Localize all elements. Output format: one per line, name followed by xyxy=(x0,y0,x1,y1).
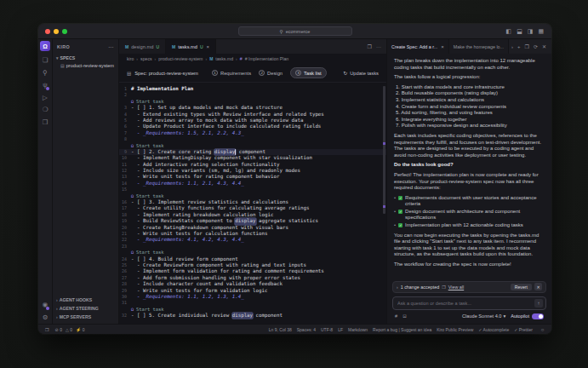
customize-layout-icon[interactable]: ▦ xyxy=(538,28,544,34)
extensions-icon[interactable]: ❒ xyxy=(43,119,49,126)
editor-scrollbar[interactable] xyxy=(383,86,385,214)
code-line[interactable]: 5 - Add reviews array to mock data with … xyxy=(119,118,386,124)
code-line[interactable]: 27 - Add form submission handling with p… xyxy=(119,275,386,281)
update-tasks-button[interactable]: ↻ Update tasks xyxy=(343,71,379,76)
sidebar-more-icon[interactable]: ··· xyxy=(108,44,114,49)
code-line[interactable]: Start task xyxy=(119,193,386,199)
tab-overflow-chevron-icon[interactable]: › xyxy=(511,44,513,49)
code-line[interactable]: 25 - Create ReviewForm component with ra… xyxy=(119,262,386,268)
status-item[interactable]: Report a bug | Suggest an idea xyxy=(373,327,431,332)
code-line[interactable]: 9 - [ ] 2. Create core rating display co… xyxy=(119,149,386,155)
notifications-bell-icon[interactable]: ☺ xyxy=(540,327,545,332)
code-line[interactable]: 16 - [ ] 3. Implement review statistics … xyxy=(119,199,386,205)
status-item[interactable]: ✓ Autocomplete xyxy=(478,327,509,332)
history-icon[interactable]: ⟳ xyxy=(534,43,538,49)
code-line[interactable]: 20 - Create RatingBreakdown component wi… xyxy=(119,225,386,231)
toggle-panel-icon[interactable]: ⬓ xyxy=(517,28,522,34)
status-item[interactable]: ⚡0 xyxy=(76,327,85,332)
code-line[interactable]: 13 - Write unit tests for rating compone… xyxy=(119,174,386,180)
attach-image-icon[interactable]: ⊡ xyxy=(402,313,407,319)
code-line[interactable]: 22 - _Requirements: 4.1, 4.2, 4.3, 4.4_ xyxy=(119,237,386,243)
close-tab-icon[interactable]: × xyxy=(207,44,210,49)
toggle-sidebar-icon[interactable]: ◧ xyxy=(506,28,512,34)
search-sidebar-icon[interactable]: ⚲ xyxy=(43,70,48,77)
zoom-window-button[interactable] xyxy=(62,29,67,34)
settings-gear-icon[interactable]: ⚙ xyxy=(43,314,49,321)
chat-tab-homepage[interactable]: Make the homepage lo... xyxy=(449,39,509,54)
code-line[interactable]: 2 xyxy=(119,92,386,98)
explorer-icon[interactable]: ❏ xyxy=(43,57,49,64)
code-line[interactable]: 19 - Build ReviewStats component to disp… xyxy=(119,218,386,224)
code-line[interactable]: 17 - Create utility functions for calcul… xyxy=(119,205,386,211)
code-line[interactable]: 30 - _Requirements: 1.1, 1.2, 1.3, 1.4_ xyxy=(119,294,386,300)
split-editor-icon[interactable]: ❐ xyxy=(368,43,372,49)
revert-button[interactable]: Revert xyxy=(511,284,532,290)
code-line[interactable]: 32 - [ ] 5. Create individual review dis… xyxy=(119,313,386,319)
sidebar-collapsed-section[interactable]: › AGENT HOOKS xyxy=(53,296,118,304)
toggle-secondary-sidebar-icon[interactable]: ◨ xyxy=(528,28,534,34)
status-item[interactable]: Kiro Public Preview xyxy=(437,327,473,332)
code-line[interactable]: Start task xyxy=(119,250,386,256)
open-in-editor-icon[interactable]: ❐ xyxy=(525,43,529,49)
context-hash-icon[interactable]: # xyxy=(395,313,397,319)
spec-step-button[interactable]: 1 Requirements xyxy=(212,70,251,76)
code-line[interactable]: 28 - Include character count and validat… xyxy=(119,281,386,287)
code-line[interactable]: Start task xyxy=(119,143,386,149)
code-line[interactable]: 10 - Implement RatingDisplay component w… xyxy=(119,155,386,161)
spec-step-button[interactable]: 2 Design xyxy=(259,70,283,76)
code-line[interactable]: 8 xyxy=(119,136,386,142)
sidebar-collapsed-section[interactable]: › MCP SERVERS xyxy=(53,313,118,321)
code-line[interactable]: 31 xyxy=(119,300,386,306)
code-line[interactable]: 29 - Write unit tests for form validatio… xyxy=(119,288,386,294)
sidebar-section-specs[interactable]: ▾ SPECS xyxy=(53,54,118,62)
code-line[interactable]: 26 - Implement form validation for ratin… xyxy=(119,268,386,274)
status-item[interactable]: Ln 9, Col 38 xyxy=(269,327,292,332)
chat-tab-create-spec[interactable]: Create Spec: Add a r... × xyxy=(387,39,449,54)
code-line[interactable]: 15 xyxy=(119,187,386,193)
status-item[interactable]: UTF-8 xyxy=(321,327,333,332)
kiro-logo[interactable]: Ω xyxy=(40,41,50,51)
close-window-button[interactable] xyxy=(45,29,50,34)
close-tab-icon[interactable]: × xyxy=(441,44,444,49)
code-line[interactable]: 4 - Extend existing types with Review in… xyxy=(119,112,386,118)
status-item[interactable]: ⊘0 xyxy=(54,327,61,332)
code-line[interactable]: 3 - [ ] 1. Set up data models and mock d… xyxy=(119,105,386,111)
status-item[interactable]: △0 xyxy=(66,327,72,332)
code-line[interactable]: 21 - Write unit tests for calculation fu… xyxy=(119,231,386,237)
code-line[interactable]: 23 xyxy=(119,244,386,250)
code-line[interactable]: 18 - Implement rating breakdown calculat… xyxy=(119,212,386,218)
view-all-link[interactable]: View all xyxy=(448,285,464,290)
more-actions-icon[interactable]: ··· xyxy=(376,44,381,49)
breadcrumb[interactable]: kiro› specs› product-review-system› M ta… xyxy=(119,54,386,64)
code-line[interactable]: 14 - _Requirements: 1.1, 2.1, 4.3, 4.4_ xyxy=(119,181,386,187)
status-item[interactable]: Spaces: 4 xyxy=(297,327,316,332)
code-line[interactable]: 6 - Update Product interface to include … xyxy=(119,124,386,129)
model-selector[interactable]: Claude Sonnet 4.0 ▾ xyxy=(462,313,505,319)
tab-design-md[interactable]: M design.md U xyxy=(119,39,166,54)
command-center-search[interactable]: ⚲ ecommerce xyxy=(238,26,352,36)
dismiss-change-bar-button[interactable]: ✕ xyxy=(534,283,542,290)
code-line[interactable]: 12 - Include size variants (sm, md, lg) … xyxy=(119,168,386,174)
new-chat-icon[interactable]: + xyxy=(517,44,521,49)
spec-step-button[interactable]: 3 Task list xyxy=(290,67,327,78)
code-editor[interactable]: 1 # Implementation Plan 2 Start task xyxy=(119,83,386,324)
account-icon[interactable]: ◉ xyxy=(43,302,49,308)
tab-tasks-md[interactable]: M tasks.md U × xyxy=(166,39,216,54)
sidebar-collapsed-section[interactable]: › AGENT STEERING xyxy=(53,304,118,313)
status-item[interactable]: LF xyxy=(338,327,343,332)
remote-icon[interactable]: ❐ xyxy=(45,327,49,332)
chevron-right-icon[interactable]: › xyxy=(397,285,398,290)
status-item[interactable]: Markdown xyxy=(348,327,368,332)
minimize-window-button[interactable] xyxy=(54,29,59,34)
code-line[interactable]: Start task xyxy=(119,99,386,105)
send-icon[interactable]: ↑ xyxy=(534,299,543,308)
code-line[interactable]: 1 # Implementation Plan xyxy=(119,86,386,92)
code-line[interactable]: 7 - _Requirements: 1.5, 2.1, 2.2, 4.3_ xyxy=(119,130,386,136)
chat-icon[interactable]: ❍ xyxy=(43,106,49,113)
close-panel-icon[interactable]: ✕ xyxy=(542,43,546,49)
autopilot-toggle[interactable] xyxy=(532,313,544,320)
sidebar-item-spec[interactable]: ▤ product-review-system xyxy=(53,62,118,69)
code-line[interactable]: 11 - Add interactive rating selection fu… xyxy=(119,162,386,168)
chat-input[interactable] xyxy=(395,301,534,306)
source-control-icon[interactable]: ψ xyxy=(43,82,47,89)
